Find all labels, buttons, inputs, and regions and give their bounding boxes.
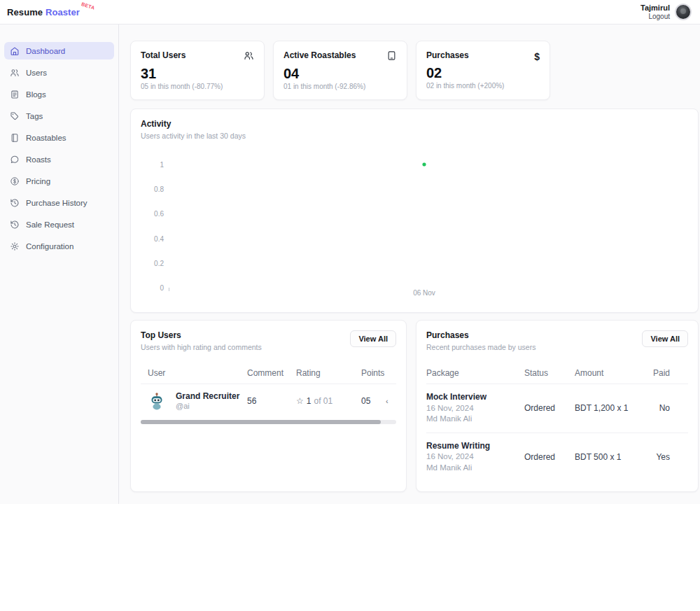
package-date: 16 Nov, 2024: [426, 403, 524, 414]
table-row: Mock Interview 16 Nov, 2024 Md Manik Ali…: [426, 384, 688, 433]
main-content: Total Users 31 05 in this month (-80.77%…: [119, 24, 700, 504]
table-row: Resume Writing 16 Nov, 2024 Md Manik Ali…: [426, 433, 688, 482]
top-users-title: Top Users: [141, 330, 262, 340]
sidebar-item-users[interactable]: Users: [4, 64, 114, 81]
package-name: Mock Interview: [426, 392, 524, 403]
sidebar-item-dashboard[interactable]: Dashboard: [4, 42, 114, 59]
purchases-title: Purchases: [426, 330, 536, 340]
notebook-icon: [10, 133, 20, 143]
app-logo[interactable]: Resume Roaster BETA: [7, 7, 80, 17]
y-tick: 0.2: [141, 260, 164, 267]
stat-card-total-users: Total Users 31 05 in this month (-80.77%…: [130, 41, 265, 100]
status-value: Ordered: [524, 403, 575, 413]
star-icon: ☆: [296, 396, 304, 406]
sidebar-item-label: Blogs: [26, 90, 46, 99]
history-icon: [10, 198, 20, 208]
amount-value: BDT 500 x 1: [575, 452, 653, 462]
sidebar-item-label: Sale Request: [26, 220, 74, 229]
y-tick: 0: [141, 284, 164, 292]
scrollbar-thumb[interactable]: [141, 420, 381, 424]
column-comment: Comment: [247, 368, 296, 378]
amount-value: BDT 1,200 x 1: [575, 403, 653, 413]
horizontal-scrollbar[interactable]: [141, 420, 396, 424]
stat-value: 04: [284, 66, 397, 81]
activity-subtitle: Users activity in the last 30 days: [141, 132, 688, 140]
sidebar-item-blogs[interactable]: Blogs: [4, 85, 114, 103]
tag-icon: [10, 111, 20, 121]
activity-card: Activity Users activity in the last 30 d…: [130, 108, 699, 313]
gear-icon: [10, 241, 20, 251]
purchases-view-all-button[interactable]: View All: [642, 330, 688, 347]
purchases-card: Purchases Recent purchases made by users…: [416, 320, 699, 492]
dollar-circle-icon: [10, 176, 20, 186]
stat-title: Purchases: [426, 50, 469, 60]
logout-button[interactable]: Logout: [640, 13, 670, 21]
column-points: Points: [351, 368, 386, 378]
sidebar-item-tags[interactable]: Tags: [4, 107, 114, 125]
sidebar: Dashboard Users Blogs Tags Roastables Ro…: [0, 24, 119, 504]
activity-chart: 1 0.8 0.6 0.4 0.2 0 06 Nov: [141, 149, 688, 309]
home-icon: [10, 46, 20, 56]
package-buyer: Md Manik Ali: [426, 463, 524, 474]
top-users-subtitle: Users with high rating and comments: [141, 343, 262, 351]
column-rating: Rating: [296, 368, 351, 378]
package-buyer: Md Manik Ali: [426, 414, 524, 425]
top-users-view-all-button[interactable]: View All: [350, 330, 396, 347]
sidebar-item-roastables[interactable]: Roastables: [4, 129, 114, 146]
stat-card-purchases: Purchases $ 02 02 in this month (+200%): [416, 41, 550, 100]
column-amount: Amount: [575, 368, 653, 378]
logo-part2: Roaster: [46, 7, 80, 17]
sidebar-item-pricing[interactable]: Pricing: [4, 172, 114, 190]
stat-title: Active Roastables: [284, 50, 356, 60]
y-tick: 1: [141, 161, 164, 169]
stat-value: 31: [141, 66, 254, 81]
beta-badge: BETA: [81, 1, 96, 10]
sidebar-item-label: Purchase History: [26, 199, 88, 207]
book-icon: [386, 50, 397, 61]
y-tick: 0.6: [141, 210, 164, 218]
column-user: User: [141, 368, 247, 378]
user-avatar[interactable]: [675, 3, 692, 20]
sidebar-item-label: Users: [26, 69, 47, 77]
rating-of: of 01: [314, 396, 332, 406]
app: Resume Roaster BETA Tajmirul Logout Dash…: [0, 0, 700, 504]
status-value: Ordered: [524, 452, 575, 462]
table-row: Grand Recruiter @ai 56 ☆1of 01 05 ‹: [141, 384, 396, 419]
x-axis-tick: [169, 288, 169, 291]
user-handle: @ai: [176, 402, 239, 410]
topbar: Resume Roaster BETA Tajmirul Logout: [0, 0, 700, 24]
document-icon: [10, 90, 20, 99]
sidebar-item-configuration[interactable]: Configuration: [4, 237, 114, 255]
history-icon: [10, 220, 20, 230]
package-date: 16 Nov, 2024: [426, 451, 524, 463]
stat-subtitle: 01 in this month (-92.86%): [284, 83, 397, 90]
stat-title: Total Users: [141, 50, 186, 60]
robot-avatar: [148, 392, 166, 410]
stat-value: 02: [426, 65, 540, 80]
purchases-subtitle: Recent purchases made by users: [426, 343, 536, 351]
sidebar-item-label: Dashboard: [26, 47, 65, 55]
sidebar-item-sale-request[interactable]: Sale Request: [4, 216, 114, 233]
sidebar-item-purchase-history[interactable]: Purchase History: [4, 194, 114, 211]
user-menu: Tajmirul Logout: [640, 3, 692, 20]
clipped-column-hint: ‹: [386, 397, 396, 405]
users-icon: [10, 68, 20, 78]
stat-subtitle: 02 in this month (+200%): [426, 82, 540, 90]
data-point[interactable]: [423, 163, 426, 167]
stat-subtitle: 05 in this month (-80.77%): [141, 83, 254, 90]
sidebar-item-label: Roastables: [26, 134, 66, 142]
users-icon: [244, 50, 254, 61]
top-users-card: Top Users Users with high rating and com…: [130, 320, 407, 492]
x-tick: 06 Nov: [413, 289, 435, 297]
user-name: Tajmirul: [640, 3, 670, 13]
stat-card-active-roastables: Active Roastables 04 01 in this month (-…: [273, 41, 407, 100]
column-package: Package: [426, 368, 524, 378]
stats-row: Total Users 31 05 in this month (-80.77%…: [130, 41, 699, 100]
user-name: Grand Recruiter: [176, 391, 239, 402]
top-users-table-header: User Comment Rating Points: [141, 368, 396, 384]
y-tick: 0.4: [141, 235, 164, 243]
comment-count: 56: [247, 396, 296, 406]
sidebar-item-label: Roasts: [26, 155, 51, 164]
sidebar-item-roasts[interactable]: Roasts: [4, 150, 114, 168]
paid-value: No: [653, 403, 688, 413]
